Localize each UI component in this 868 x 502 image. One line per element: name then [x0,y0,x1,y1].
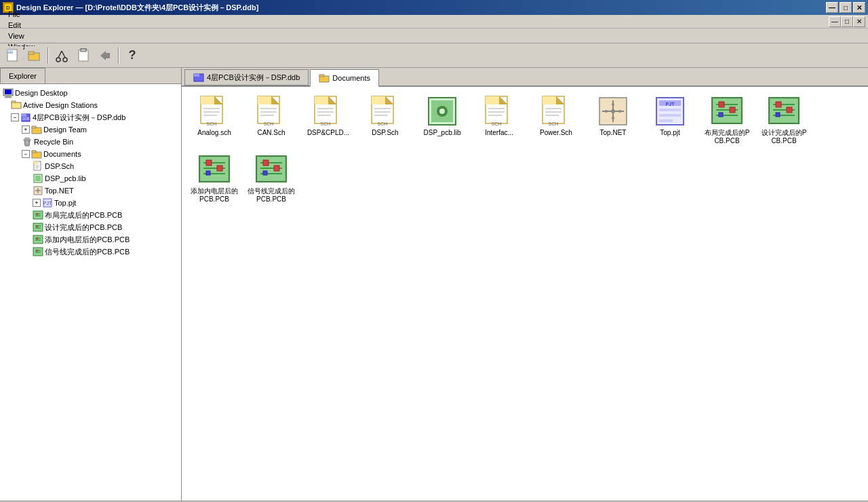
file-item-dsp[interactable]: SCH DSP.Sch [358,92,412,148]
svg-rect-132 [659,109,681,111]
svg-text:SCH: SCH [549,121,559,126]
explorer-tab[interactable]: Explorer [0,68,45,83]
pcb-icon-2 [33,222,43,233]
file-item-sheji[interactable]: 设计完成后的PCB.PCB [757,92,811,148]
file-icon-power: SCH [540,95,572,128]
svg-rect-115 [542,96,556,104]
svg-rect-157 [206,160,212,166]
svg-text:SCH: SCH [378,121,388,126]
menu-item-view[interactable]: View [3,31,40,41]
svg-text:DDB: DDB [22,117,30,121]
inner-maximize-button[interactable]: □ [841,16,853,27]
close-button[interactable]: ✕ [853,2,865,13]
svg-text:SCH: SCH [492,121,502,126]
paste-button[interactable] [73,46,94,65]
inner-close-button[interactable]: ✕ [853,16,865,27]
svg-rect-141 [719,102,724,107]
file-label-top_net2: Top.NET [600,129,627,137]
file-icon-top_pjt2: PJT [654,95,686,128]
cut-button[interactable] [52,46,72,65]
tree-item-documents[interactable]: − Documents [0,148,181,160]
pjt-expand[interactable]: + [33,199,41,207]
tree-item-pcb-4[interactable]: 信号线完成后的PCB.PCB [0,246,181,258]
tree-item-recycle[interactable]: Recycle Bin [0,136,181,148]
tree-item-dsp-sch[interactable]: DSP.Sch [0,160,181,172]
ddb-expand[interactable]: − [11,113,19,121]
file-label-can: CAN.Sch [257,129,285,137]
tree-item-pcb-3[interactable]: 添加内电层后的PCB.PCB [0,233,181,246]
title-text: Design Explorer — [D:\Protel\DDB文件夹\4层PC… [16,3,258,13]
svg-rect-29 [25,138,29,139]
back-button[interactable] [95,46,115,65]
tree-item-pcb-1[interactable]: 布局完成后的PCB.PCB [0,209,181,221]
file-icon-interface: SCH [483,95,515,128]
file-label-analog: Analog.sch [197,129,231,137]
svg-rect-165 [263,160,269,166]
svg-line-9 [58,51,62,58]
explorer-tab-bar: Explorer [0,68,181,84]
tree-item-ddb[interactable]: − DDB 4层PCB设计实例－DSP.ddb [0,111,181,123]
explorer-panel: Explorer Design Desktop [0,68,182,501]
tree-item-pcb-2[interactable]: 设计完成后的PCB.PCB [0,221,181,233]
ddb-content-tab[interactable]: 4层PCB设计实例－DSP.ddb [184,69,309,85]
ddb-label: 4层PCB设计实例－DSP.ddb [33,113,125,123]
svg-point-8 [63,58,67,62]
separator-2 [118,47,119,64]
svg-rect-13 [81,49,86,52]
svg-rect-40 [35,176,41,181]
file-icon-tianjia [198,153,231,186]
new-button[interactable] [3,46,23,65]
inner-minimize-button[interactable]: — [829,16,841,27]
file-item-xinhao[interactable]: 信号线完成后的PCB.PCB [244,151,298,206]
svg-rect-55 [36,225,38,227]
svg-rect-95 [372,96,385,104]
title-bar: D Design Explorer — [D:\Protel\DDB文件夹\4层… [0,0,868,15]
tree-item-top-pjt[interactable]: + PJT Top.pjt [0,197,181,209]
file-item-power[interactable]: SCH Power.Sch [529,92,583,148]
open-button[interactable] [24,46,45,65]
file-item-top_net2[interactable]: Top.NET [586,92,640,148]
top-pjt-label: Top.pjt [54,199,76,207]
maximize-button[interactable]: □ [840,2,852,13]
content-panel: 4层PCB设计实例－DSP.ddb Documents SCH Analo [182,68,868,501]
menu-bar: FileEditViewWindowHelp [0,28,868,43]
svg-rect-134 [659,119,673,122]
file-item-dsp_pcb[interactable]: DSP_pcb.lib [415,92,469,148]
team-folder-icon [31,124,42,135]
svg-text:SCH: SCH [321,121,331,126]
minimize-button[interactable]: — [826,2,838,13]
menu-item-edit[interactable]: Edit [3,20,40,31]
svg-rect-15 [106,53,110,58]
menu-item-file[interactable]: File [3,9,40,20]
computer-icon [3,88,14,98]
file-item-analog[interactable]: SCH Analog.sch [187,92,241,148]
pcb-3-label: 添加内电层后的PCB.PCB [45,235,130,245]
svg-point-7 [56,58,60,62]
team-expand[interactable]: + [22,125,30,134]
file-item-top_pjt2[interactable]: PJT Top.pjt [643,92,697,148]
tree-item-desktop[interactable]: Design Desktop [0,87,181,99]
documents-expand[interactable]: − [22,150,30,158]
top-net-label: Top.NET [45,187,74,195]
tree-item-top-net[interactable]: Top.NET [0,185,181,197]
file-item-tianjia[interactable]: 添加内电层后的PCB.PCB [187,151,241,206]
tree-item-dsp-lib[interactable]: DSP_pcb.lib [0,172,181,185]
svg-marker-14 [100,51,106,60]
help-button[interactable]: ? [122,46,142,65]
docs-tab-label: Documents [332,74,370,82]
file-label-interface: Interfac... [485,129,513,137]
file-item-can[interactable]: SCH CAN.Sch [244,92,298,148]
docs-content-tab[interactable]: Documents [310,69,379,87]
file-item-interface[interactable]: SCH Interfac... [472,92,526,148]
explorer-tree: Design Desktop Active Design Stations − [0,84,181,501]
svg-rect-6 [28,52,34,54]
stations-label: Active Design Stations [23,101,98,109]
recycle-label: Recycle Bin [34,138,73,146]
file-icon-dsp_pcb [426,95,458,128]
file-item-dspacpld[interactable]: SCH DSP&CPLD... [301,92,355,148]
file-item-buji[interactable]: 布局完成后的PCB.PCB [700,92,754,148]
svg-point-126 [612,103,614,106]
svg-rect-35 [34,161,38,164]
tree-item-stations[interactable]: Active Design Stations [0,99,181,111]
tree-item-team[interactable]: + Design Team [0,123,181,136]
